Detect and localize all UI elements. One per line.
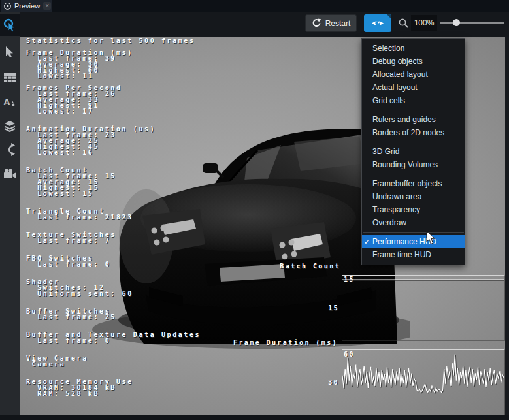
menu-item-bounding-volumes[interactable]: Bounding Volumes bbox=[362, 158, 465, 171]
checkmark-icon: ✓ bbox=[364, 235, 370, 248]
preview-window: Preview × Restart 100% bbox=[0, 0, 509, 420]
menu-item-framebuffer-objects[interactable]: Framebuffer objects bbox=[362, 177, 465, 190]
tool-sidebar: A bbox=[0, 12, 20, 420]
window-bottom-edge bbox=[0, 415, 509, 420]
menu-item-borders-of-2d-nodes[interactable]: Borders of 2D nodes bbox=[362, 126, 465, 139]
camera-tool-button[interactable] bbox=[0, 163, 20, 184]
interact-tool-button[interactable] bbox=[0, 14, 20, 36]
tab-title: Preview bbox=[14, 2, 40, 10]
svg-text:A: A bbox=[3, 96, 10, 107]
restart-label: Restart bbox=[325, 19, 351, 28]
frame-duration-graph-title: Frame Duration (ms) bbox=[233, 339, 338, 346]
zoom-slider-thumb[interactable] bbox=[453, 19, 460, 26]
menu-item-rulers-and-guides[interactable]: Rulers and guides bbox=[362, 113, 465, 126]
visualizations-dropdown-button[interactable] bbox=[364, 14, 391, 32]
select-tool-button[interactable] bbox=[0, 41, 20, 63]
branch-arrows-icon bbox=[4, 143, 16, 156]
dropdown-corner-arrow-icon bbox=[387, 14, 391, 19]
toolbar: Restart 100% bbox=[0, 12, 509, 37]
interact-cursor-icon bbox=[3, 18, 16, 33]
layers-tool-button[interactable] bbox=[0, 115, 20, 137]
arrow-cursor-icon bbox=[5, 46, 14, 58]
menu-item-frame-time-hud[interactable]: Frame time HUD bbox=[362, 248, 465, 261]
layers-icon bbox=[3, 120, 16, 132]
batch-count-mid-label: 15 bbox=[328, 304, 339, 312]
toolbar-divider bbox=[361, 14, 361, 33]
zoom-slider[interactable] bbox=[440, 15, 504, 31]
text-tool-button[interactable]: A bbox=[0, 91, 20, 112]
zoom-magnifier-icon bbox=[398, 18, 409, 29]
menu-separator bbox=[363, 142, 464, 142]
frame-duration-graph bbox=[342, 349, 504, 415]
window-right-edge bbox=[505, 37, 509, 420]
play-icon bbox=[4, 3, 11, 10]
tab-preview[interactable]: Preview × bbox=[1, 0, 52, 12]
menu-item-actual-layout[interactable]: Actual layout bbox=[362, 81, 465, 94]
tab-bar: Preview × bbox=[0, 0, 509, 12]
menu-item-performance-hud[interactable]: ✓ Performance HUD bbox=[362, 235, 465, 248]
menu-separator bbox=[363, 174, 464, 174]
menu-item-selection[interactable]: Selection bbox=[362, 42, 465, 55]
visualizations-menu: Selection Debug objects Allocated layout… bbox=[361, 38, 465, 265]
batch-count-graph-title: Batch Count bbox=[280, 263, 340, 270]
menu-separator bbox=[363, 232, 464, 233]
menu-separator bbox=[363, 110, 464, 110]
menu-item-3d-grid[interactable]: 3D Grid bbox=[362, 145, 465, 158]
batch-count-graph bbox=[342, 275, 504, 340]
zoom-level-value[interactable]: 100% bbox=[411, 15, 437, 31]
connections-tool-button[interactable] bbox=[0, 138, 20, 160]
restart-button[interactable]: Restart bbox=[305, 14, 357, 32]
frame-duration-mid-label: 30 bbox=[328, 379, 339, 386]
video-camera-icon bbox=[3, 169, 16, 179]
menu-item-debug-objects[interactable]: Debug objects bbox=[362, 55, 465, 68]
menu-item-transparency[interactable]: Transparency bbox=[362, 203, 465, 216]
restart-icon bbox=[312, 18, 321, 28]
text-tool-icon: A bbox=[3, 96, 16, 107]
grid-icon bbox=[4, 73, 16, 82]
menu-item-allocated-layout[interactable]: Allocated layout bbox=[362, 68, 465, 81]
menu-item-grid-cells[interactable]: Grid cells bbox=[362, 94, 465, 107]
performance-hud-stats: Statistics for last 500 frames Frame Dur… bbox=[26, 38, 201, 396]
menu-item-overdraw[interactable]: Overdraw bbox=[362, 216, 465, 229]
menu-item-undrawn-area[interactable]: Undrawn area bbox=[362, 190, 465, 203]
mouse-cursor bbox=[426, 231, 436, 246]
zoom-slider-track[interactable] bbox=[440, 22, 504, 24]
grid-tool-button[interactable] bbox=[0, 67, 20, 88]
close-icon[interactable]: × bbox=[43, 2, 51, 10]
